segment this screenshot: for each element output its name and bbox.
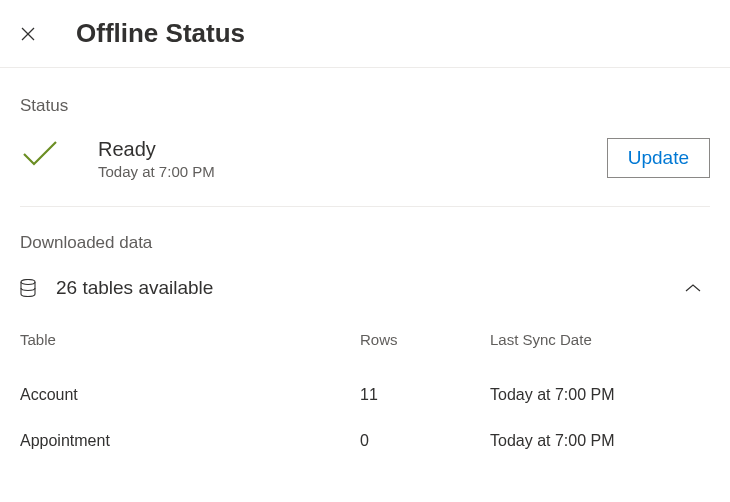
content-area: Status Ready Today at 7:00 PM Update Dow…: [0, 68, 730, 464]
cell-table-name: Account: [20, 386, 360, 404]
svg-point-2: [21, 280, 35, 285]
col-header-table: Table: [20, 331, 360, 348]
downloaded-label: Downloaded data: [20, 233, 710, 253]
tables-summary: 26 tables available: [56, 277, 213, 299]
cell-table-name: Appointment: [20, 432, 360, 450]
chevron-up-icon: [684, 283, 704, 293]
cell-sync-date: Today at 7:00 PM: [490, 432, 710, 450]
page-header: Offline Status: [0, 0, 730, 68]
col-header-rows: Rows: [360, 331, 490, 348]
tables-list: Table Rows Last Sync Date Account 11 Tod…: [20, 331, 710, 464]
cell-sync-date: Today at 7:00 PM: [490, 386, 710, 404]
status-subtitle: Today at 7:00 PM: [98, 163, 607, 180]
database-icon: [20, 279, 38, 297]
close-icon[interactable]: [20, 26, 36, 42]
table-row: Appointment 0 Today at 7:00 PM: [20, 418, 710, 464]
col-header-sync: Last Sync Date: [490, 331, 710, 348]
status-title: Ready: [98, 138, 607, 161]
cell-row-count: 11: [360, 386, 490, 404]
update-button[interactable]: Update: [607, 138, 710, 178]
status-text: Ready Today at 7:00 PM: [98, 138, 607, 180]
table-header: Table Rows Last Sync Date: [20, 331, 710, 372]
cell-row-count: 0: [360, 432, 490, 450]
page-title: Offline Status: [76, 18, 245, 49]
tables-expand-row[interactable]: 26 tables available: [20, 277, 710, 299]
status-row: Ready Today at 7:00 PM Update: [20, 138, 710, 207]
status-section-label: Status: [20, 96, 710, 116]
downloaded-section: Downloaded data 26 tables available: [20, 207, 710, 464]
tables-summary-wrap: 26 tables available: [20, 277, 213, 299]
table-row: Account 11 Today at 7:00 PM: [20, 372, 710, 418]
checkmark-icon: [20, 140, 62, 172]
